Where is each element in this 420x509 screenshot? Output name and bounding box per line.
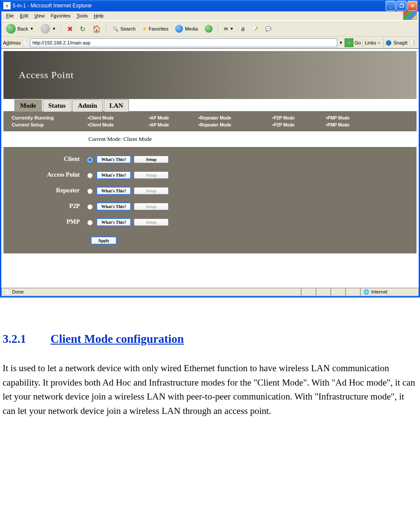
address-label: Address [3,40,20,45]
page-icon: 📄 [22,40,28,46]
setup-repeater: •Repeater Mode [196,122,269,128]
back-button[interactable]: Back ▼ [3,22,37,36]
back-icon [6,24,16,34]
client-setup-button[interactable]: Setup [134,156,169,163]
go-label: Go [355,40,361,45]
repeater-setup-button[interactable]: Setup [134,187,169,195]
media-button[interactable]: Media [172,22,201,36]
status-bar: 📄Done 🌐Internet [1,287,419,296]
mode-repeater-radio[interactable] [87,188,93,194]
mode-info-bar: Currently Running •Client Mode •AP Mode … [3,111,417,131]
tab-admin[interactable]: Admin [72,99,103,112]
minimize-button[interactable]: _ [386,1,396,11]
stop-button[interactable]: ✖ [64,22,76,36]
address-dropdown-icon[interactable]: ▼ [339,41,343,45]
forward-button[interactable]: ▼ [37,22,59,36]
print-icon: 🖨 [240,26,245,31]
mode-ap-label: Access Point [3,171,85,178]
menubar: File Edit View Favorites Tools Help [1,11,419,20]
mode-client-radio[interactable] [87,157,93,163]
mode-select-grid: Client What's This? Setup Access Point W… [3,147,417,253]
banner: Access Point [3,51,417,99]
mode-repeater-label: Repeater [3,187,85,194]
windows-flag-icon [403,11,417,20]
menu-help[interactable]: Help [91,12,107,19]
p2p-whats-this-button[interactable]: What's This? [96,202,131,211]
mode-pmp-radio[interactable] [87,220,93,225]
edit-button[interactable]: 📝 [249,22,261,36]
mode-ap-radio[interactable] [87,173,93,178]
menu-tools[interactable]: Tools [74,12,91,19]
doc-body: It is used to let a network device with … [3,361,417,418]
address-input[interactable] [30,38,337,47]
ap-setup-button[interactable]: Setup [134,171,169,179]
pmp-setup-button[interactable]: Setup [134,219,169,226]
running-repeater: •Repeater Mode [196,115,269,121]
client-whats-this-button[interactable]: What's This? [96,155,131,164]
titlebar: e 5-in-1 - Microsoft Internet Explorer _… [1,0,419,11]
back-label: Back [17,26,28,31]
menu-favorites[interactable]: Favorites [47,12,73,19]
history-icon [205,25,213,33]
discuss-button[interactable]: 💬 [262,22,274,36]
refresh-button[interactable]: ↻ [77,22,88,36]
discuss-icon: 💬 [265,26,271,32]
favorites-label: Favorites [149,26,168,31]
home-button[interactable]: 🏠 [89,22,104,36]
tab-mode[interactable]: Mode [14,99,42,112]
links-chevron-icon[interactable]: » [378,41,380,45]
content-area[interactable]: Access Point Mode Status Admin LAN Curre… [1,48,419,287]
search-button[interactable]: 🔍Search [109,22,139,36]
apply-button[interactable]: Apply [91,236,117,245]
zone-label: Internet [371,289,387,294]
menu-view[interactable]: View [31,12,48,19]
tab-lan[interactable]: LAN [104,99,129,112]
snagit-aux-icon[interactable]: 📑 [409,40,415,46]
mail-button[interactable]: ✉▼ [221,22,237,36]
links-label[interactable]: Links [365,40,376,45]
stop-icon: ✖ [67,25,73,33]
favorites-button[interactable]: ★Favorites [139,22,171,36]
setup-client: •Client Mode [85,122,146,128]
edit-icon: 📝 [252,26,258,32]
refresh-icon: ↻ [80,25,85,33]
tab-status[interactable]: Status [43,99,71,112]
ie-icon: e [3,2,11,10]
close-button[interactable]: ✕ [407,1,417,11]
maximize-button[interactable]: ❐ [396,1,406,11]
currently-running-label: Currently Running [9,115,84,121]
ap-whats-this-button[interactable]: What's This? [96,171,131,179]
current-setup-label: Current Setup [9,122,84,128]
mode-p2p-radio[interactable] [87,204,93,210]
history-button[interactable] [202,22,216,36]
address-bar: Address 📄 ▼ → Go Links » 🔵 SnagIt 📑 [1,37,419,48]
banner-title: Access Point [19,69,74,81]
doc-title: Client Mode configuration [51,332,184,345]
p2p-setup-button[interactable]: Setup [134,203,169,210]
menu-edit[interactable]: Edit [17,12,31,19]
back-dropdown-icon[interactable]: ▼ [30,27,34,31]
chevron-down-icon: ▼ [230,27,234,31]
doc-number: 3.2.1 [3,332,51,346]
snagit-button[interactable]: SnagIt [393,40,407,45]
go-button[interactable]: → Go [345,38,361,47]
setup-ap: •AP Mode [146,122,195,128]
menu-file[interactable]: File [3,12,17,19]
search-icon: 🔍 [112,26,119,32]
home-icon: 🏠 [92,25,101,33]
running-pmp: •PMP Mode [323,115,379,121]
forward-dropdown-icon[interactable]: ▼ [52,27,56,31]
ie-window: e 5-in-1 - Microsoft Internet Explorer _… [0,0,420,297]
toolbar: Back ▼ ▼ ✖ ↻ 🏠 🔍Search ★Favorites Media … [1,20,419,37]
doc-heading: 3.2.1Client Mode configuration [3,332,417,346]
media-label: Media [185,26,198,31]
print-button[interactable]: 🖨 [237,22,248,36]
repeater-whats-this-button[interactable]: What's This? [96,187,131,195]
doc-section: 3.2.1Client Mode configuration It is use… [0,332,420,418]
window-title: 5-in-1 - Microsoft Internet Explorer [13,3,386,9]
internet-icon: 🌐 [363,289,369,295]
mail-icon: ✉ [224,26,228,32]
pmp-whats-this-button[interactable]: What's This? [96,218,131,226]
status-text: Done [12,289,24,294]
snagit-icon: 🔵 [386,40,392,46]
